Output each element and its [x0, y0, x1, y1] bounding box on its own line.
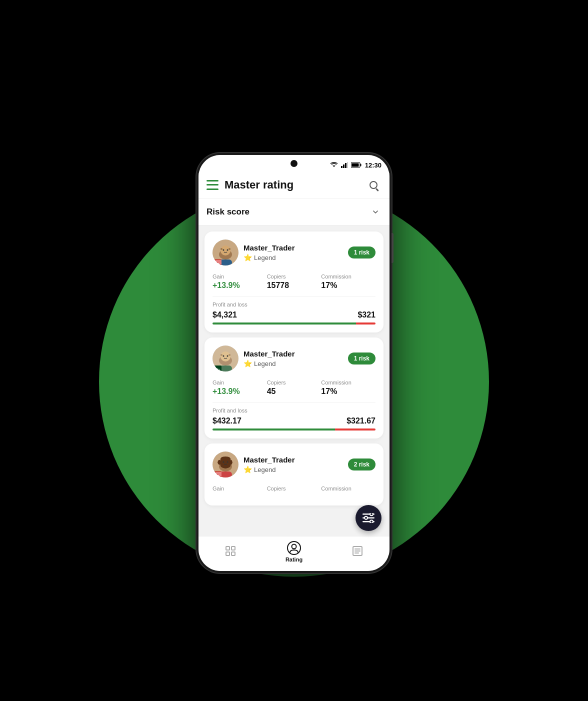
- copiers-stat: Copiers: [267, 486, 322, 492]
- svg-point-32: [223, 462, 224, 463]
- top-nav: Master rating: [198, 171, 390, 199]
- svg-rect-43: [226, 552, 230, 556]
- svg-point-10: [220, 246, 230, 256]
- nav-item-list[interactable]: [326, 544, 390, 560]
- search-icon: [370, 181, 378, 189]
- svg-rect-3: [345, 163, 346, 168]
- svg-marker-0: [332, 166, 336, 167]
- trader-info: Master_Trader ⭐ Legend: [244, 244, 348, 262]
- svg-point-12: [227, 250, 228, 251]
- avatar: [212, 240, 238, 266]
- battery-icon: [351, 162, 362, 168]
- svg-rect-4: [347, 162, 348, 168]
- pnl-values: $432.17 $321.67: [212, 416, 376, 426]
- content-scroll: Master_Trader ⭐ Legend 1 risk Gain +13.9…: [198, 226, 390, 536]
- phone-frame: 12:30 Master rating Risk score: [196, 153, 392, 573]
- pnl-bar: [212, 322, 376, 324]
- svg-rect-42: [232, 546, 235, 550]
- gain-stat: Gain +13.9%: [212, 380, 267, 396]
- svg-point-40: [370, 520, 373, 523]
- commission-stat: Commission 17%: [321, 380, 376, 396]
- chevron-down-icon[interactable]: [370, 206, 382, 218]
- svg-rect-7: [352, 164, 358, 167]
- star-icon: ⭐: [244, 360, 252, 368]
- status-time: 12:30: [365, 162, 382, 169]
- bottom-nav: Rating: [198, 536, 390, 571]
- avatar: [212, 452, 238, 478]
- svg-rect-41: [226, 546, 230, 550]
- stats-row: Gain +13.9% Copiers 15778 Commission 17%: [212, 274, 376, 290]
- flag-badge: [212, 260, 222, 266]
- star-icon: ⭐: [244, 466, 252, 474]
- stats-row: Gain +13.9% Copiers 45 Commission 17%: [212, 380, 376, 396]
- trader-card[interactable]: Master_Trader ⭐ Legend 2 risk Gain: [204, 444, 384, 506]
- gain-stat: Gain: [212, 486, 267, 492]
- fab-filter-button[interactable]: [356, 505, 382, 531]
- pnl-section: Profit and loss $4,321 $321: [212, 296, 376, 324]
- svg-point-11: [223, 250, 224, 251]
- commission-stat: Commission 17%: [321, 274, 376, 290]
- nav-item-rating[interactable]: Rating: [262, 541, 326, 562]
- search-button[interactable]: [366, 177, 382, 193]
- nav-item-grid[interactable]: [198, 544, 262, 560]
- svg-rect-14: [228, 248, 230, 250]
- pnl-section: Profit and loss $432.17 $321.67: [212, 402, 376, 430]
- svg-point-18: [220, 352, 230, 362]
- svg-rect-44: [232, 552, 235, 556]
- svg-rect-6: [360, 164, 361, 166]
- svg-point-20: [227, 356, 228, 357]
- svg-rect-1: [341, 166, 342, 168]
- risk-badge: 1 risk: [348, 246, 376, 258]
- svg-rect-2: [343, 164, 344, 168]
- pnl-bar-green: [212, 428, 335, 430]
- svg-point-39: [364, 516, 368, 520]
- star-icon: ⭐: [244, 254, 252, 262]
- trader-info: Master_Trader ⭐ Legend: [244, 456, 348, 474]
- trader-rank: ⭐ Legend: [244, 254, 348, 262]
- list-icon: [350, 544, 364, 558]
- copiers-stat: Copiers 45: [267, 380, 322, 396]
- filter-icon: [362, 513, 374, 523]
- nav-item-rating-label: Rating: [286, 556, 302, 562]
- pnl-bar-green: [212, 322, 356, 324]
- trader-card[interactable]: Master_Trader ⭐ Legend 1 risk Gain +13.9…: [204, 232, 384, 332]
- svg-rect-22: [228, 354, 230, 356]
- svg-point-46: [292, 544, 296, 549]
- trader-rank: ⭐ Legend: [244, 360, 348, 368]
- pnl-bar-red: [335, 428, 376, 430]
- gain-stat: Gain +13.9%: [212, 274, 267, 290]
- risk-badge: 2 risk: [348, 458, 376, 470]
- status-bar: 12:30: [198, 155, 390, 171]
- grid-icon: [224, 544, 238, 558]
- svg-point-38: [370, 513, 373, 516]
- pnl-bar-red: [356, 322, 376, 324]
- wifi-icon: [330, 162, 338, 168]
- trader-card[interactable]: Master_Trader ⭐ Legend 1 risk Gain +13.9…: [204, 338, 384, 438]
- trader-rank: ⭐ Legend: [244, 466, 348, 474]
- svg-point-19: [223, 356, 224, 357]
- signal-icon: [341, 162, 348, 168]
- trader-name: Master_Trader: [244, 244, 348, 252]
- pnl-values: $4,321 $321: [212, 310, 376, 320]
- trader-name: Master_Trader: [244, 350, 348, 358]
- flag-badge: [212, 366, 222, 372]
- svg-rect-21: [220, 354, 222, 356]
- flag-badge: [212, 472, 222, 478]
- filter-section[interactable]: Risk score: [198, 199, 390, 226]
- avatar: [212, 346, 238, 372]
- user-circle-icon: [287, 541, 301, 555]
- filter-label: Risk score: [206, 207, 250, 217]
- pnl-bar: [212, 428, 376, 430]
- svg-point-45: [288, 542, 300, 554]
- svg-rect-24: [212, 366, 214, 372]
- svg-point-33: [227, 462, 228, 463]
- copiers-stat: Copiers 15778: [267, 274, 322, 290]
- trader-name: Master_Trader: [244, 456, 348, 464]
- stats-row: Gain Copiers Commission: [212, 486, 376, 492]
- commission-stat: Commission: [321, 486, 376, 492]
- svg-rect-13: [220, 248, 222, 250]
- trader-info: Master_Trader ⭐ Legend: [244, 350, 348, 368]
- menu-button[interactable]: [206, 180, 218, 190]
- risk-badge: 1 risk: [348, 352, 376, 364]
- page-title: Master rating: [224, 178, 366, 192]
